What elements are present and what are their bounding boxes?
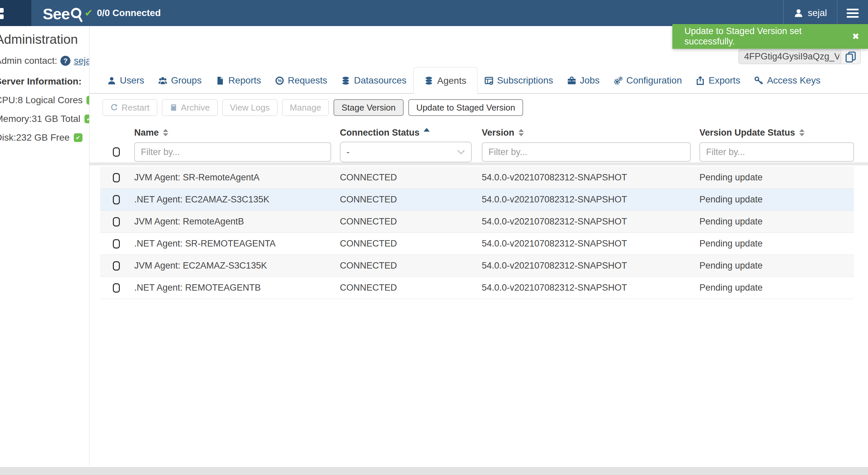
cell-connection-status: CONNECTED bbox=[340, 283, 482, 293]
tab-datasources[interactable]: Datasources bbox=[334, 67, 413, 94]
tab-strip: UsersGroupsReports%RequestsDatasourcesAg… bbox=[100, 67, 828, 94]
row-checkbox[interactable] bbox=[113, 261, 120, 271]
cell-version: 54.0.0-v202107082312-SNAPSHOT bbox=[482, 238, 700, 249]
connection-status-filter-select[interactable]: - bbox=[340, 142, 472, 162]
hamburger-menu-button[interactable] bbox=[837, 0, 868, 26]
admin-contact-link[interactable]: sejal raval bbox=[74, 55, 89, 66]
access-key-control bbox=[739, 49, 861, 64]
gauge-icon: % bbox=[275, 76, 284, 85]
table-body: JVM Agent: SR-RemoteAgentACONNECTED54.0.… bbox=[100, 167, 854, 299]
tab-reports[interactable]: Reports bbox=[209, 67, 268, 94]
horizontal-scrollbar[interactable] bbox=[0, 467, 868, 475]
tab-users[interactable]: Users bbox=[100, 67, 151, 94]
report-icon bbox=[216, 76, 225, 85]
cell-connection-status: CONNECTED bbox=[340, 238, 482, 249]
database-icon bbox=[341, 76, 350, 85]
server-stat-cpu: CPU:8 Logical Cores✔ bbox=[0, 95, 89, 106]
cell-version: 54.0.0-v202107082312-SNAPSHOT bbox=[482, 195, 700, 205]
key-icon bbox=[754, 76, 763, 85]
column-header-version[interactable]: Version bbox=[482, 128, 700, 138]
cell-version-update-status: Pending update bbox=[700, 261, 854, 271]
chevron-down-icon bbox=[457, 150, 465, 155]
version-filter-input[interactable] bbox=[482, 142, 691, 162]
tab-access-keys[interactable]: Access Keys bbox=[747, 67, 827, 94]
column-header-connection-status[interactable]: Connection Status bbox=[340, 128, 482, 138]
column-label: Version bbox=[482, 128, 515, 138]
admin-contact-label: Admin contact: bbox=[0, 55, 57, 66]
stat-label: Disk: bbox=[0, 132, 16, 143]
cell-connection-status: CONNECTED bbox=[340, 261, 482, 271]
table-row[interactable]: JVM Agent: RemoteAgentBCONNECTED54.0.0-v… bbox=[100, 211, 854, 233]
copy-icon bbox=[845, 51, 856, 62]
tab-groups[interactable]: Groups bbox=[151, 67, 209, 94]
table-row[interactable]: JVM Agent: SR-RemoteAgentACONNECTED54.0.… bbox=[100, 167, 854, 189]
server-stat-disk: Disk:232 GB Free✔ bbox=[0, 132, 89, 143]
button-label: Manage bbox=[290, 102, 321, 113]
table-row[interactable]: .NET Agent: SR-REMOTEAGENTACONNECTED54.0… bbox=[100, 233, 854, 255]
stat-label: CPU: bbox=[0, 95, 18, 106]
cell-name: JVM Agent: EC2AMAZ-S3C135K bbox=[134, 261, 340, 271]
column-header-name[interactable]: Name bbox=[134, 128, 340, 138]
button-label: View Logs bbox=[230, 102, 270, 113]
user-menu[interactable]: sejal bbox=[783, 0, 837, 26]
sidebar-divider bbox=[89, 26, 90, 465]
status-ok-icon: ✔ bbox=[87, 96, 89, 105]
version-update-status-filter-input[interactable] bbox=[700, 142, 854, 162]
copy-access-key-button[interactable] bbox=[841, 49, 861, 64]
toast-close-button[interactable]: ✖ bbox=[843, 31, 868, 42]
app-switcher-button[interactable] bbox=[0, 0, 31, 26]
view-logs-button[interactable]: View Logs bbox=[222, 99, 278, 116]
sort-icon bbox=[163, 129, 168, 136]
archive-button[interactable]: Archive bbox=[162, 99, 218, 116]
tab-label: Requests bbox=[288, 75, 327, 86]
stat-value: 8 Logical Cores bbox=[18, 95, 83, 106]
refresh-icon bbox=[110, 103, 118, 112]
cell-version-update-status: Pending update bbox=[700, 216, 854, 227]
database-icon bbox=[424, 76, 433, 85]
seeq-logo[interactable]: See bbox=[43, 5, 84, 23]
tab-label: Users bbox=[120, 75, 144, 86]
sort-ascending-icon bbox=[424, 128, 430, 131]
connected-check-icon: ✔ bbox=[85, 8, 93, 18]
column-label: Name bbox=[134, 128, 159, 138]
column-label: Version Update Status bbox=[700, 128, 795, 138]
cell-version: 54.0.0-v202107082312-SNAPSHOT bbox=[482, 261, 700, 271]
row-checkbox[interactable] bbox=[113, 217, 120, 227]
tab-subscriptions[interactable]: Subscriptions bbox=[477, 67, 560, 94]
row-checkbox[interactable] bbox=[113, 283, 120, 293]
agents-toolbar: RestartArchiveView LogsManageStage Versi… bbox=[102, 99, 523, 116]
tab-jobs[interactable]: Jobs bbox=[560, 67, 607, 94]
tab-exports[interactable]: Exports bbox=[689, 67, 747, 94]
tab-agents[interactable]: Agents bbox=[413, 67, 477, 94]
magnifier-q-icon bbox=[70, 7, 84, 23]
users-icon bbox=[158, 76, 167, 85]
cell-version-update-status: Pending update bbox=[700, 238, 854, 249]
apps-grid-icon bbox=[0, 8, 4, 21]
tab-label: Jobs bbox=[580, 75, 599, 86]
row-checkbox[interactable] bbox=[113, 173, 120, 182]
button-label: Restart bbox=[122, 102, 150, 113]
tab-label: Exports bbox=[708, 75, 740, 86]
page-title: Administration bbox=[0, 32, 89, 47]
tab-configuration[interactable]: Configuration bbox=[607, 67, 689, 94]
subscriptions-icon bbox=[485, 76, 493, 85]
table-row[interactable]: JVM Agent: EC2AMAZ-S3C135KCONNECTED54.0.… bbox=[100, 255, 854, 277]
tab-requests[interactable]: %Requests bbox=[268, 67, 334, 94]
row-checkbox[interactable] bbox=[113, 195, 120, 204]
table-row[interactable]: .NET Agent: EC2AMAZ-S3C135KCONNECTED54.0… bbox=[100, 189, 854, 211]
tab-label: Subscriptions bbox=[497, 75, 553, 86]
access-key-input[interactable] bbox=[739, 49, 841, 64]
help-question-icon[interactable]: ? bbox=[60, 56, 70, 66]
restart-button[interactable]: Restart bbox=[102, 99, 157, 116]
status-ok-icon: ✔ bbox=[85, 115, 89, 123]
update-to-staged-version-button[interactable]: Update to Staged Version bbox=[408, 99, 523, 116]
table-row[interactable]: .NET Agent: REMOTEAGENTBCONNECTED54.0.0-… bbox=[100, 277, 854, 299]
manage-button[interactable]: Manage bbox=[282, 99, 329, 116]
select-all-checkbox[interactable] bbox=[113, 147, 120, 157]
row-checkbox[interactable] bbox=[113, 239, 120, 248]
cell-version: 54.0.0-v202107082312-SNAPSHOT bbox=[482, 283, 700, 293]
name-filter-input[interactable] bbox=[134, 142, 331, 162]
cell-name: JVM Agent: RemoteAgentB bbox=[134, 216, 340, 227]
column-header-version-update-status[interactable]: Version Update Status bbox=[700, 128, 854, 138]
stage-version-button[interactable]: Stage Version bbox=[334, 99, 404, 116]
